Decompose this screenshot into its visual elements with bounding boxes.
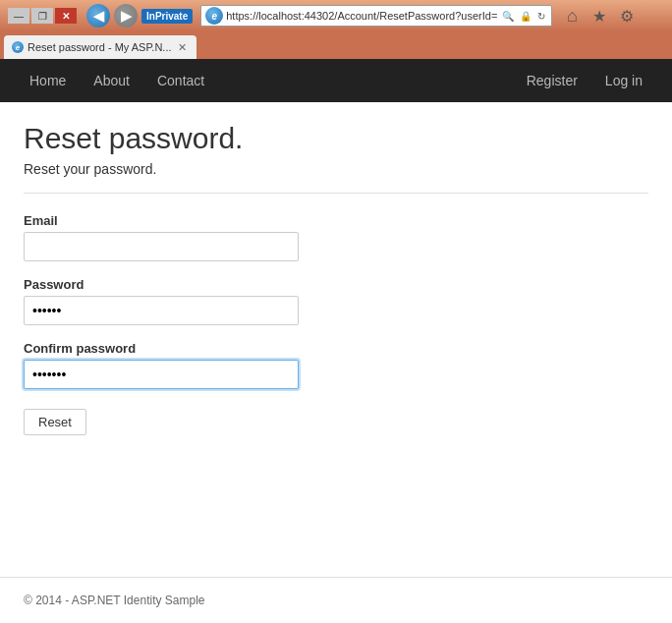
home-icon[interactable]: ⌂ (560, 4, 584, 28)
maximize-button[interactable]: ❐ (31, 8, 53, 24)
back-button[interactable]: ◀ (86, 4, 110, 28)
address-actions: 🔍 🔒 ↻ (500, 10, 547, 23)
inprivate-badge: InPrivate (141, 9, 193, 24)
favorites-icon[interactable]: ★ (588, 4, 611, 28)
password-input[interactable] (24, 296, 299, 325)
settings-icon[interactable]: ⚙ (615, 4, 639, 28)
tab-bar: e Reset password - My ASP.N... ✕ (0, 31, 672, 59)
confirm-password-form-group: Confirm password (24, 341, 648, 389)
close-button[interactable]: ✕ (55, 8, 77, 24)
nav-about-link[interactable]: About (80, 63, 143, 98)
title-bar-left: — ❐ ✕ ◀ ▶ InPrivate e https://localhost:… (8, 4, 639, 28)
page-subtitle: Reset your password. (24, 161, 648, 177)
nav-home-link[interactable]: Home (16, 63, 80, 98)
password-label: Password (24, 277, 648, 292)
browser-content: Home About Contact Register Log in Reset… (0, 59, 672, 623)
nav-contact-link[interactable]: Contact (143, 63, 218, 98)
address-text: https://localhost:44302/Account/ResetPas… (226, 10, 497, 22)
tab-close-button[interactable]: ✕ (176, 41, 189, 54)
email-input[interactable] (24, 232, 299, 261)
tab-favicon: e (12, 41, 24, 53)
active-tab[interactable]: e Reset password - My ASP.N... ✕ (4, 35, 196, 59)
window-frame: — ❐ ✕ ◀ ▶ InPrivate e https://localhost:… (0, 0, 672, 623)
window-controls: — ❐ ✕ (8, 8, 77, 24)
app-navbar: Home About Contact Register Log in (0, 59, 672, 102)
page-title: Reset password. (24, 122, 648, 155)
email-form-group: Email (24, 213, 648, 261)
confirm-password-label: Confirm password (24, 341, 648, 356)
address-bar[interactable]: e https://localhost:44302/Account/ResetP… (200, 5, 552, 27)
password-form-group: Password (24, 277, 648, 325)
footer-text: © 2014 - ASP.NET Identity Sample (24, 594, 205, 607)
lock-icon[interactable]: 🔒 (518, 10, 533, 23)
confirm-password-input[interactable] (24, 360, 299, 389)
ie-logo-icon: e (205, 7, 223, 25)
page-footer: © 2014 - ASP.NET Identity Sample (0, 577, 672, 623)
tab-label: Reset password - My ASP.N... (28, 41, 172, 53)
minimize-button[interactable]: — (8, 8, 29, 24)
nav-links-right: Register Log in (513, 63, 656, 98)
nav-login-link[interactable]: Log in (591, 63, 656, 98)
title-bar: — ❐ ✕ ◀ ▶ InPrivate e https://localhost:… (0, 0, 672, 31)
reset-button[interactable]: Reset (24, 409, 86, 435)
nav-register-link[interactable]: Register (513, 63, 591, 98)
section-divider (24, 193, 648, 194)
nav-links-left: Home About Contact (16, 63, 218, 98)
page-content: Reset password. Reset your password. Ema… (0, 102, 672, 577)
forward-button[interactable]: ▶ (114, 4, 138, 28)
refresh-icon[interactable]: ↻ (535, 10, 547, 23)
email-label: Email (24, 213, 648, 228)
search-icon[interactable]: 🔍 (500, 10, 516, 23)
